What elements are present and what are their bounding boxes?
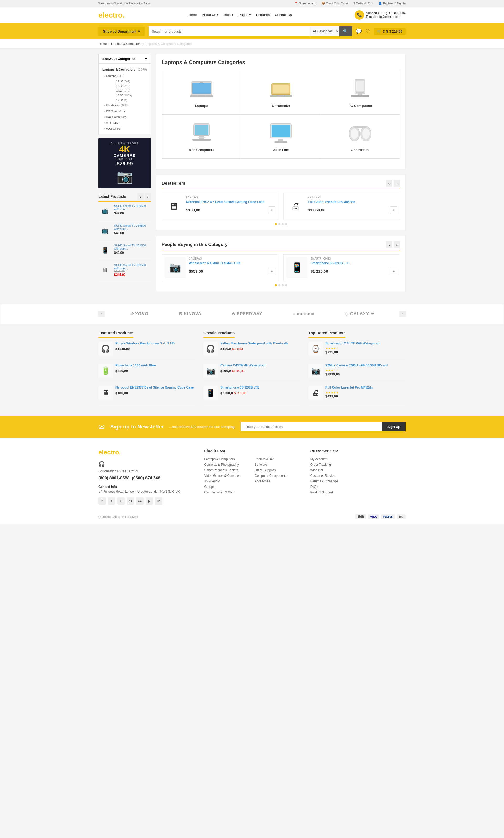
nav-features[interactable]: Features (256, 13, 270, 17)
brand-kinova[interactable]: ⊠ KINOVA (174, 309, 206, 318)
footer-link-car[interactable]: Car Electronic & GPS (204, 490, 234, 494)
sidebar-item-laptops[interactable]: Laptops (447) (99, 73, 151, 79)
footer-myaccount[interactable]: My Account (310, 457, 327, 461)
featured-name-2[interactable]: Powerbank 1130 mAh Blue (115, 364, 196, 368)
googleplus-icon[interactable]: g+ (127, 497, 134, 505)
add-to-cart-2[interactable]: + (390, 207, 397, 214)
pb-dot-2[interactable] (278, 284, 280, 286)
sidebar-item-17inch[interactable]: 17.3" (8) (107, 98, 151, 102)
shop-by-department-button[interactable]: Shop by Department ▾ (98, 27, 145, 36)
brand-yoko[interactable]: ⊙ YOKO (125, 309, 154, 318)
pb-dot-3[interactable] (282, 284, 284, 286)
latest-item-name[interactable]: SUHD Smart TV JS9500 with curv... (114, 204, 151, 211)
sidebar-item-ultrabooks[interactable]: Ultrabooks (2641) (99, 102, 151, 108)
category-laptops[interactable]: Laptops (162, 70, 241, 114)
latest-next-btn[interactable]: › (145, 193, 151, 200)
footer-link-accesories[interactable]: Accesories (255, 479, 270, 483)
breadcrumb-home[interactable]: Home (98, 42, 107, 46)
category-ultrabooks[interactable]: Ultrabooks (241, 70, 320, 114)
brands-prev-btn[interactable]: ‹ (98, 311, 105, 317)
footer-order-tracking[interactable]: Order Tracking (310, 463, 331, 467)
brand-speedway[interactable]: ⊗ SPEEDWAY (227, 309, 268, 318)
footer-faqs[interactable]: FAQs (310, 485, 318, 489)
bestsellers-prev-btn[interactable]: ‹ (386, 180, 392, 187)
nav-blog[interactable]: Blog ▾ (224, 13, 233, 17)
latest-item-name[interactable]: SUHD Smart TV JS9500 with curv... (114, 244, 151, 250)
cart-button[interactable]: 🛒 3 $ 3 215.99 (374, 28, 406, 35)
onsale-name-1[interactable]: Yellow Earphones Waterproof with Bluetoo… (220, 342, 301, 346)
pb-name-1[interactable]: Widescreen NX Mini F1 SMART NX (189, 261, 275, 266)
sidebar-item-mac-computers[interactable]: Mac Computers (99, 114, 151, 120)
pb-cart-1[interactable]: + (268, 268, 275, 275)
sidebar-item-pc-computers[interactable]: PC Computers (99, 108, 151, 114)
latest-item-name[interactable]: SUHD Smart TV JS9500 with curv... (114, 263, 151, 270)
show-categories-button[interactable]: Show All Categories ▾ (98, 54, 151, 64)
sidebar-banner[interactable]: ALL-NEW SPORT 4K CAMERAS STARTING AT $79… (98, 138, 151, 188)
sidebar-item-11inch[interactable]: 11.6" (241) (107, 79, 151, 84)
footer-wishlist[interactable]: Wish List (310, 468, 323, 472)
top-rated-name-2[interactable]: 22Mps Camera 6200U with 500GB SDcard (325, 364, 406, 368)
rss-icon[interactable]: ⊛ (117, 497, 125, 505)
onsale-name-3[interactable]: Smartphone 6S 32GB LTE (220, 386, 301, 390)
footer-customer-service[interactable]: Customer Service (310, 474, 335, 477)
nav-about[interactable]: About Us ▾ (202, 13, 218, 17)
dot-2[interactable] (278, 223, 280, 225)
wishlist-icon[interactable]: ♡ (366, 28, 370, 34)
people-buying-prev-btn[interactable]: ‹ (386, 241, 392, 248)
pb-dot-4[interactable] (285, 284, 287, 286)
dot-3[interactable] (282, 223, 284, 225)
footer-logo[interactable]: electro. (98, 449, 194, 456)
brand-connect[interactable]: ○ connect (287, 310, 320, 318)
footer-link-smartphones[interactable]: Smart Phones & Tablets (204, 468, 238, 472)
footer-link-cameras[interactable]: Cameras & Photography (204, 463, 239, 467)
currency-selector[interactable]: $ Dollar (US) ▾ (353, 2, 373, 5)
sidebar-item-accesories[interactable]: Accesories (99, 126, 151, 132)
bestsellers-next-btn[interactable]: › (394, 180, 400, 187)
onsale-name-2[interactable]: Camera C430W 4k Waterproof (220, 364, 301, 368)
dot-4[interactable] (285, 223, 287, 225)
store-locator[interactable]: 📍 Store Locator (294, 2, 316, 5)
category-accesories[interactable]: Accesories (321, 115, 400, 158)
top-rated-name-1[interactable]: Smartwatch 2.0 LTE Wifi Waterproof (325, 342, 406, 346)
footer-link-laptops[interactable]: Laptops & Computers (204, 457, 235, 461)
category-mac-computers[interactable]: Mac Computers (162, 115, 241, 158)
pb-dot-1[interactable] (275, 284, 277, 286)
latest-prev-btn[interactable]: ‹ (137, 193, 144, 200)
pb-name-2[interactable]: Smartphone 6S 32GB LTE (310, 261, 397, 266)
nav-pages[interactable]: Pages ▾ (239, 13, 251, 17)
sidebar-item-13inch[interactable]: 13.3" (248) (107, 84, 151, 88)
category-all-in-one[interactable]: All in One (241, 115, 320, 158)
featured-name-1[interactable]: Purple Wireless Headphones Solo 2 HD (115, 342, 196, 346)
footer-link-games[interactable]: Video Games & Consoles (204, 474, 240, 477)
chat-icon[interactable]: 💬 (356, 28, 362, 34)
featured-name-3[interactable]: Nerocool ENS2377 Dead Silence Gaming Cub… (115, 386, 196, 390)
sidebar-item-all-in-one[interactable]: All in One (99, 120, 151, 126)
twitter-icon[interactable]: t (108, 497, 115, 505)
item-name-2[interactable]: Full Color LaserJet Pro M452dn (308, 200, 397, 204)
sidebar-item-15inch[interactable]: 15.6" (2389) (107, 93, 151, 98)
search-button[interactable]: 🔍 (339, 26, 352, 36)
breadcrumb-laptops[interactable]: Laptops & Computers (111, 42, 142, 46)
footer-link-office[interactable]: Office Supplies (255, 468, 276, 472)
dot-1[interactable] (275, 223, 277, 225)
item-name-1[interactable]: Nerocool ENS2377 Dead Silence Gaming Cub… (186, 200, 275, 204)
latest-item-name[interactable]: SUHD Smart TV JS9500 with curv... (114, 224, 151, 230)
track-order[interactable]: 📦 Track Your Order (322, 2, 348, 5)
top-rated-name-3[interactable]: Full Color LaserJet Pro M452dn (325, 386, 406, 390)
footer-link-software[interactable]: Software (255, 463, 267, 467)
newsletter-signup-button[interactable]: Sign Up (382, 422, 406, 431)
footer-link-tv[interactable]: TV & Audio (204, 479, 220, 483)
people-buying-next-btn[interactable]: › (394, 241, 400, 248)
pb-cart-2[interactable]: + (390, 268, 397, 275)
brands-next-btn[interactable]: › (399, 311, 406, 317)
linkedin-icon[interactable]: in (155, 497, 162, 505)
brand-galaxy[interactable]: ◇ GALAXY ✈ (340, 309, 379, 318)
newsletter-email-input[interactable] (241, 422, 382, 431)
footer-returns[interactable]: Returns / Exchange (310, 479, 338, 483)
category-select[interactable]: All Categories (309, 26, 339, 36)
footer-product-support[interactable]: Product Support (310, 490, 333, 494)
category-pc-computers[interactable]: PC Computers (321, 70, 400, 114)
flickr-icon[interactable]: ●● (136, 497, 144, 505)
register-link[interactable]: 👤 Register / Sign In (378, 2, 406, 5)
vimeo-icon[interactable]: ▶ (146, 497, 153, 505)
